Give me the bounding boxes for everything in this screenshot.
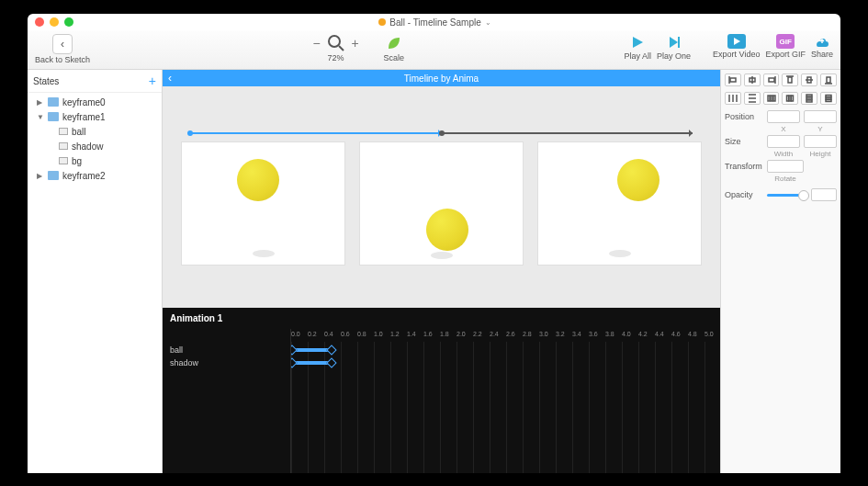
timeline-banner: ‹ Timeline by Anima	[163, 70, 720, 86]
tick-2.6: 2.6	[506, 331, 523, 344]
window-title: Ball - Timeline Sample	[389, 17, 480, 28]
zoom-pct-label: 72%	[328, 53, 344, 62]
track-name-ball[interactable]: ball	[163, 344, 290, 356]
state-node-bg[interactable]: bg	[28, 153, 162, 168]
state-node-ball[interactable]: ball	[28, 124, 162, 139]
banner-back-button[interactable]: ‹	[168, 72, 172, 85]
layer-icon	[59, 142, 68, 150]
tick-2.2: 2.2	[473, 331, 490, 344]
keyframe-span-ball[interactable]	[291, 348, 333, 352]
back-to-sketch-button[interactable]: ‹	[52, 34, 73, 54]
svg-marker-2	[633, 37, 643, 48]
tick-2.4: 2.4	[490, 331, 506, 344]
dist-left-button[interactable]	[763, 92, 780, 105]
states-header-label: States	[33, 76, 59, 86]
svg-rect-4	[678, 37, 680, 48]
zoom-out-button[interactable]: −	[310, 36, 323, 51]
keyframe-previews	[181, 141, 702, 266]
svg-rect-29	[789, 96, 791, 101]
position-x-field[interactable]	[767, 110, 800, 123]
export-gif-label: Export GIF	[765, 50, 806, 59]
track-row-ball[interactable]	[291, 344, 720, 356]
export-video-label: Export Video	[713, 50, 760, 59]
play-one-button[interactable]	[666, 34, 682, 51]
size-width-field[interactable]	[767, 135, 800, 148]
banner-title: Timeline by Anima	[404, 73, 479, 84]
share-button[interactable]	[813, 34, 831, 49]
add-state-button[interactable]: +	[149, 73, 156, 88]
leaf-icon[interactable]	[385, 34, 403, 52]
rotate-sublabel: Rotate	[767, 175, 804, 183]
folder-icon	[48, 171, 59, 180]
state-node-keyframe2[interactable]: ▶keyframe2	[28, 168, 162, 183]
export-gif-button[interactable]: GIF	[776, 34, 795, 49]
size-label: Size	[725, 137, 763, 146]
rotate-field[interactable]	[767, 160, 804, 173]
dist-center-button[interactable]	[782, 92, 798, 105]
document-modified-dot	[378, 18, 386, 26]
tick-0.0: 0.0	[291, 331, 308, 344]
track-name-shadow[interactable]: shadow	[163, 356, 290, 369]
tick-0.2: 0.2	[308, 331, 324, 344]
dist-extra-button[interactable]	[820, 92, 837, 105]
inspector-panel: Position XY Size WidthHeight Transform R…	[720, 70, 840, 473]
export-gif-group: GIF Export GIF	[765, 34, 806, 59]
tick-4.6: 4.6	[671, 331, 688, 344]
back-to-sketch-group: ‹ Back to Sketch	[35, 34, 90, 64]
ball-graphic	[237, 159, 279, 201]
track-row-shadow[interactable]	[291, 356, 720, 369]
shadow-graphic	[253, 250, 275, 257]
zoom-window-button[interactable]	[64, 17, 73, 27]
opacity-slider[interactable]	[767, 194, 807, 197]
keyframe-span-shadow[interactable]	[291, 361, 333, 365]
align-top-button[interactable]	[782, 73, 798, 86]
align-row-1	[725, 73, 837, 86]
tick-1.8: 1.8	[440, 331, 457, 344]
size-height-field[interactable]	[804, 135, 837, 148]
opacity-field[interactable]	[811, 188, 837, 201]
segment-idle[interactable]	[442, 132, 693, 134]
segment-active[interactable]	[190, 132, 442, 134]
align-right-button[interactable]	[763, 73, 780, 86]
export-video-button[interactable]	[727, 34, 746, 49]
state-node-shadow[interactable]: shadow	[28, 139, 162, 153]
close-window-button[interactable]	[35, 17, 44, 27]
svg-rect-12	[769, 78, 774, 82]
zoom-in-button[interactable]: +	[349, 36, 362, 51]
tick-3.4: 3.4	[572, 331, 589, 344]
keyframe-preview-0[interactable]	[181, 141, 345, 266]
window-controls	[35, 17, 73, 27]
distribute-h-button[interactable]	[725, 92, 741, 105]
disclosure-icon[interactable]: ▶	[37, 98, 44, 107]
svg-rect-36	[826, 100, 831, 102]
align-row-2	[725, 92, 837, 105]
export-video-group: Export Video	[713, 34, 760, 59]
timeline-ruler[interactable]: 0.00.20.40.60.81.01.21.41.61.82.02.22.42…	[291, 329, 720, 473]
node-label: keyframe1	[62, 112, 106, 122]
tick-4.0: 4.0	[622, 331, 638, 344]
play-one-label: Play One	[657, 51, 691, 61]
tick-1.0: 1.0	[374, 331, 390, 344]
position-label: Position	[725, 112, 763, 121]
state-node-keyframe1[interactable]: ▼keyframe1	[28, 109, 162, 124]
disclosure-icon[interactable]: ▼	[37, 113, 44, 121]
align-center-h-button[interactable]	[744, 73, 761, 86]
play-all-group: Play All	[625, 34, 652, 61]
title-chevron-icon[interactable]: ⌄	[485, 18, 491, 27]
keyframe-preview-2[interactable]	[537, 141, 702, 266]
canvas-area[interactable]	[163, 86, 720, 308]
position-y-field[interactable]	[804, 110, 837, 123]
align-bottom-button[interactable]	[820, 73, 837, 86]
minimize-window-button[interactable]	[50, 17, 59, 27]
play-all-button[interactable]	[629, 34, 646, 51]
tick-4.4: 4.4	[655, 331, 671, 344]
align-left-button[interactable]	[725, 73, 741, 86]
keyframe-preview-1[interactable]	[359, 141, 524, 266]
dist-right-button[interactable]	[801, 92, 817, 105]
tick-5.0: 5.0	[705, 331, 720, 344]
state-node-keyframe0[interactable]: ▶keyframe0	[28, 95, 162, 109]
svg-rect-28	[787, 96, 789, 101]
distribute-v-button[interactable]	[744, 92, 761, 105]
align-center-v-button[interactable]	[801, 73, 817, 86]
disclosure-icon[interactable]: ▶	[37, 172, 44, 180]
